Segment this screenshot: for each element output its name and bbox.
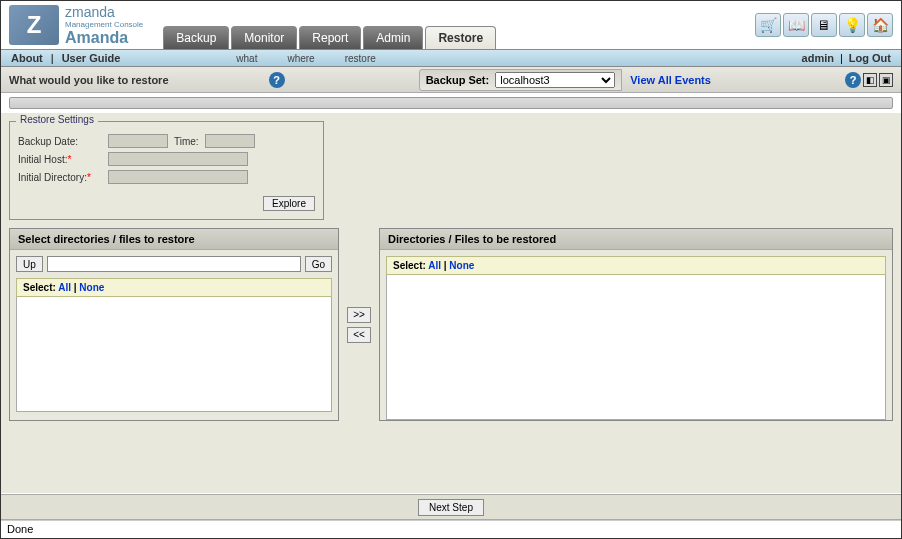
restore-files-panel: Directories / Files to be restored Selec… xyxy=(379,228,893,421)
next-step-button[interactable]: Next Step xyxy=(418,499,484,516)
cart-icon[interactable]: 🛒 xyxy=(755,13,781,37)
brandbig-text: Amanda xyxy=(65,29,143,47)
explore-button[interactable]: Explore xyxy=(263,196,315,211)
select-files-header: Select directories / files to restore xyxy=(10,229,338,250)
help-icon-2[interactable]: ? xyxy=(845,72,861,88)
backup-set-select[interactable]: localhost3 xyxy=(495,72,615,88)
help-icon[interactable]: ? xyxy=(269,72,285,88)
sublink-restore[interactable]: restore xyxy=(345,53,376,64)
initial-dir-label: Initial Directory:* xyxy=(18,172,108,183)
right-listbox[interactable] xyxy=(386,275,886,420)
tab-backup[interactable]: Backup xyxy=(163,26,229,49)
time-input[interactable] xyxy=(205,134,255,148)
move-right-button[interactable]: >> xyxy=(347,307,371,323)
sublink-where[interactable]: where xyxy=(287,53,314,64)
left-select-none[interactable]: None xyxy=(79,282,104,293)
page-title: What would you like to restore xyxy=(9,74,169,86)
view-all-events-link[interactable]: View All Events xyxy=(630,74,711,86)
left-select-bar: Select: All | None xyxy=(16,278,332,297)
path-input[interactable] xyxy=(47,256,301,272)
backup-date-label: Backup Date: xyxy=(18,136,108,147)
go-button[interactable]: Go xyxy=(305,256,332,272)
status-bar: Done xyxy=(1,520,901,538)
brand-text: zmanda xyxy=(65,4,143,20)
progress-bar xyxy=(9,97,893,109)
sublink-what[interactable]: what xyxy=(236,53,257,64)
window-icon-1[interactable]: ◧ xyxy=(863,73,877,87)
monitor-icon[interactable]: 🖥 xyxy=(811,13,837,37)
restore-settings-legend: Restore Settings xyxy=(16,114,98,125)
move-left-button[interactable]: << xyxy=(347,327,371,343)
left-listbox[interactable] xyxy=(16,297,332,412)
initial-dir-input[interactable] xyxy=(108,170,248,184)
user-guide-link[interactable]: User Guide xyxy=(62,52,121,64)
logo: zmanda Management Console Amanda xyxy=(9,4,143,47)
select-files-panel: Select directories / files to restore Up… xyxy=(9,228,339,421)
home-icon[interactable]: 🏠 xyxy=(867,13,893,37)
window-icon-2[interactable]: ▣ xyxy=(879,73,893,87)
initial-host-input[interactable] xyxy=(108,152,248,166)
logout-link[interactable]: Log Out xyxy=(849,52,891,64)
tab-monitor[interactable]: Monitor xyxy=(231,26,297,49)
book-icon[interactable]: 📖 xyxy=(783,13,809,37)
tab-report[interactable]: Report xyxy=(299,26,361,49)
tab-restore[interactable]: Restore xyxy=(425,26,496,49)
subbrand-text: Management Console xyxy=(65,20,143,29)
about-link[interactable]: About xyxy=(11,52,43,64)
up-button[interactable]: Up xyxy=(16,256,43,272)
initial-host-label: Initial Host:* xyxy=(18,154,108,165)
logo-icon xyxy=(9,5,59,45)
backup-set-label: Backup Set: xyxy=(426,74,490,86)
admin-link[interactable]: admin xyxy=(802,52,834,64)
tab-admin[interactable]: Admin xyxy=(363,26,423,49)
right-select-all[interactable]: All xyxy=(428,260,441,271)
support-icon[interactable]: 💡 xyxy=(839,13,865,37)
time-label: Time: xyxy=(174,136,199,147)
left-select-all[interactable]: All xyxy=(58,282,71,293)
right-select-bar: Select: All | None xyxy=(386,256,886,275)
backup-date-input[interactable] xyxy=(108,134,168,148)
restore-settings-fieldset: Restore Settings Backup Date: Time: Init… xyxy=(9,121,324,220)
restore-files-header: Directories / Files to be restored xyxy=(380,229,892,250)
right-select-none[interactable]: None xyxy=(449,260,474,271)
